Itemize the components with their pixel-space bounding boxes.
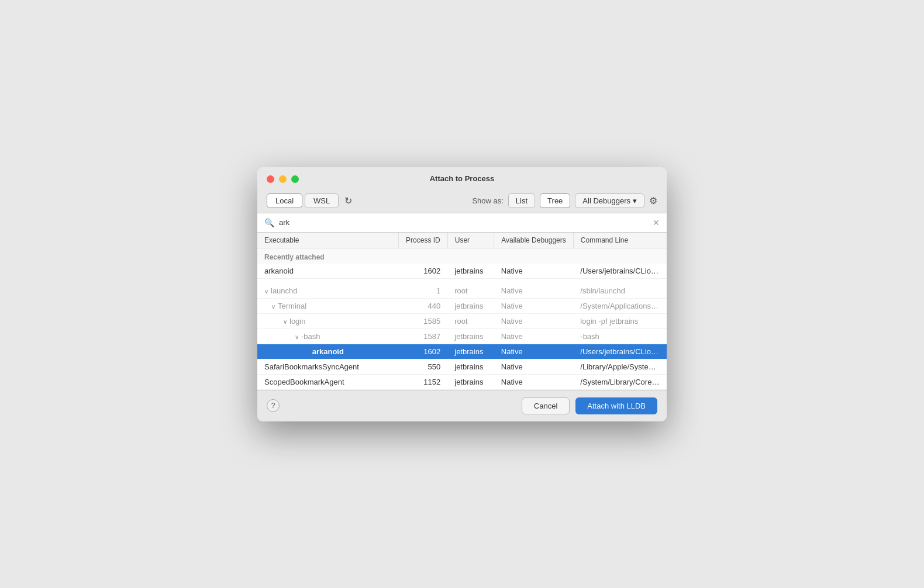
user-cell: jetbrains xyxy=(447,344,494,359)
wsl-tab[interactable]: WSL xyxy=(305,193,339,208)
chevron-down-icon: ∨ xyxy=(264,288,268,295)
debuggers-cell: Native xyxy=(494,264,574,279)
cmdline-cell: /Users/jetbrains/CLionProjects/basic... xyxy=(573,344,667,359)
debuggers-cell: Native xyxy=(494,328,574,344)
chevron-down-icon: ∨ xyxy=(295,334,299,340)
cmdline-cell: /Library/Apple/System/Library/CoreSe... xyxy=(573,359,667,374)
toolbar-right: Show as: List Tree All Debuggers ▾ ⚙ xyxy=(472,193,657,208)
table-row[interactable]: arkanoid 1602 jetbrains Native /Users/je… xyxy=(257,264,667,279)
user-cell: jetbrains xyxy=(447,264,494,279)
refresh-button[interactable]: ↻ xyxy=(341,194,356,207)
debuggers-cell: Native xyxy=(494,298,574,313)
table-row[interactable]: ∨-bash 1587 jetbrains Native -bash xyxy=(257,328,667,344)
chevron-down-icon: ▾ xyxy=(633,196,637,205)
maximize-button[interactable] xyxy=(291,175,299,183)
toolbar-left: Local WSL ↻ xyxy=(267,193,356,208)
debuggers-cell: Native xyxy=(494,283,574,299)
user-cell: jetbrains xyxy=(447,298,494,313)
clear-search-button[interactable]: ✕ xyxy=(653,218,660,227)
cmdline-cell: /System/Library/CoreServices/Scope... xyxy=(573,374,667,389)
table-header-row: Executable Process ID User Available Deb… xyxy=(257,233,667,248)
debuggers-cell: Native xyxy=(494,344,574,359)
attach-button[interactable]: Attach with LLDB xyxy=(575,397,657,414)
header-user: User xyxy=(447,233,494,248)
table-row-selected[interactable]: arkanoid 1602 jetbrains Native /Users/je… xyxy=(257,344,667,359)
pid-cell: 1585 xyxy=(399,313,448,328)
footer: ? Cancel Attach with LLDB xyxy=(257,390,667,421)
debuggers-dropdown[interactable]: All Debuggers ▾ xyxy=(575,193,644,208)
pid-cell: 1587 xyxy=(399,328,448,344)
show-as-label: Show as: xyxy=(472,196,503,205)
pid-cell: 440 xyxy=(399,298,448,313)
executable-cell: arkanoid xyxy=(257,264,399,279)
cmdline-cell: /Users/jetbrains/CLionProjects/basic... xyxy=(573,264,667,279)
spacer-row xyxy=(257,278,667,283)
pid-cell: 1602 xyxy=(399,264,448,279)
help-button[interactable]: ? xyxy=(267,399,280,412)
pid-cell: 550 xyxy=(399,359,448,374)
dialog-title: Attach to Process xyxy=(430,174,495,189)
header-executable: Executable xyxy=(257,233,399,248)
pid-cell: 1602 xyxy=(399,344,448,359)
user-cell: jetbrains xyxy=(447,374,494,389)
close-button[interactable] xyxy=(267,175,274,183)
executable-cell: arkanoid xyxy=(257,344,399,359)
recently-attached-label: Recently attached xyxy=(257,248,667,264)
debuggers-cell: Native xyxy=(494,359,574,374)
table-row[interactable]: ∨launchd 1 root Native /sbin/launchd xyxy=(257,283,667,299)
search-input[interactable] xyxy=(279,218,648,227)
header-debuggers: Available Debuggers xyxy=(494,233,574,248)
cancel-button[interactable]: Cancel xyxy=(522,397,570,414)
chevron-down-icon: ∨ xyxy=(271,303,275,310)
table-row[interactable]: ∨login 1585 root Native login -pf jetbra… xyxy=(257,313,667,328)
title-bar: Attach to Process xyxy=(257,167,667,189)
executable-cell: ∨launchd xyxy=(257,283,399,299)
user-cell: root xyxy=(447,283,494,299)
process-table-container: Executable Process ID User Available Deb… xyxy=(257,233,667,390)
executable-cell: ∨login xyxy=(257,313,399,328)
executable-cell: ∨-bash xyxy=(257,328,399,344)
table-row[interactable]: ScopedBookmarkAgent 1152 jetbrains Nativ… xyxy=(257,374,667,389)
minimize-button[interactable] xyxy=(279,175,287,183)
cmdline-cell: /System/Applications/Utilities/Termin... xyxy=(573,298,667,313)
table-row[interactable]: SafariBookmarksSyncAgent 550 jetbrains N… xyxy=(257,359,667,374)
user-cell: jetbrains xyxy=(447,359,494,374)
footer-buttons: Cancel Attach with LLDB xyxy=(522,397,657,414)
dialog: Attach to Process Local WSL ↻ Show as: L… xyxy=(257,167,667,421)
user-cell: root xyxy=(447,313,494,328)
search-bar: 🔍 ✕ xyxy=(257,213,667,233)
header-pid: Process ID xyxy=(399,233,448,248)
pid-cell: 1 xyxy=(399,283,448,299)
tree-view-button[interactable]: Tree xyxy=(540,193,570,208)
window-controls xyxy=(267,175,299,183)
pid-cell: 1152 xyxy=(399,374,448,389)
cmdline-cell: login -pf jetbrains xyxy=(573,313,667,328)
recently-attached-header: Recently attached xyxy=(257,248,667,264)
process-table: Executable Process ID User Available Deb… xyxy=(257,233,667,390)
executable-cell: ∨Terminal xyxy=(257,298,399,313)
toolbar: Local WSL ↻ Show as: List Tree All Debug… xyxy=(257,189,667,213)
chevron-down-icon: ∨ xyxy=(283,319,287,325)
list-view-button[interactable]: List xyxy=(508,193,535,208)
user-cell: jetbrains xyxy=(447,328,494,344)
executable-cell: ScopedBookmarkAgent xyxy=(257,374,399,389)
executable-cell: SafariBookmarksSyncAgent xyxy=(257,359,399,374)
search-icon: 🔍 xyxy=(264,218,274,227)
cmdline-cell: -bash xyxy=(573,328,667,344)
cmdline-cell: /sbin/launchd xyxy=(573,283,667,299)
debuggers-cell: Native xyxy=(494,313,574,328)
debuggers-cell: Native xyxy=(494,374,574,389)
header-cmdline: Command Line xyxy=(573,233,667,248)
local-tab[interactable]: Local xyxy=(267,193,302,208)
table-row[interactable]: ∨Terminal 440 jetbrains Native /System/A… xyxy=(257,298,667,313)
settings-button[interactable]: ⚙ xyxy=(649,195,657,206)
